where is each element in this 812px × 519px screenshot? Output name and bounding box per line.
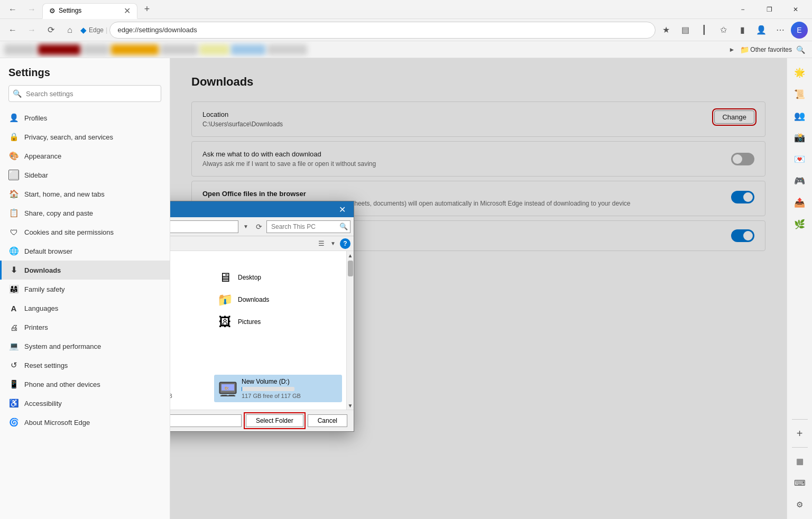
right-icon-6[interactable]: 🎮	[790, 171, 810, 191]
share-icon: 📋	[8, 208, 19, 218]
add-to-favorites-button[interactable]: ✩	[715, 22, 732, 39]
right-icon-3[interactable]: 👥	[790, 106, 810, 126]
sidebar-nav-label: Sidebar	[24, 171, 48, 179]
bookmark-placeholder-1[interactable]	[4, 44, 36, 55]
sidebar-item-sidebar[interactable]: ⬜ Sidebar	[0, 165, 170, 184]
dialog-toolbar: Organize ▼ ☰ ▼ ?	[170, 236, 354, 251]
right-icon-2[interactable]: 📜	[790, 84, 810, 104]
bookmark-placeholder-2[interactable]	[38, 44, 80, 55]
sidebar-item-downloads[interactable]: ⬇ Downloads	[0, 261, 170, 280]
dialog-close-button[interactable]: ✕	[335, 203, 349, 216]
select-folder-button[interactable]: Select Folder	[246, 414, 303, 427]
more-bookmarks-button[interactable]: ►	[724, 45, 739, 54]
sidebar-item-family[interactable]: 👨‍👩‍👧 Family safety	[0, 280, 170, 299]
right-icon-5[interactable]: 💌	[790, 149, 810, 169]
sidebar-item-start-home[interactable]: 🏠 Start, home, and new tabs	[0, 184, 170, 203]
cancel-button[interactable]: Cancel	[308, 414, 347, 427]
dialog-help-button[interactable]: ?	[340, 238, 350, 249]
right-icon-7[interactable]: 📤	[790, 192, 810, 212]
profile-button[interactable]: 👤	[753, 22, 770, 39]
change-view-button[interactable]: ☰	[316, 238, 327, 249]
devices-section-header[interactable]: ▼ Devices and drives (2)	[170, 361, 342, 373]
back-button[interactable]: ←	[4, 22, 21, 39]
minimize-button[interactable]: −	[731, 0, 755, 19]
right-icon-8[interactable]: 🌿	[790, 214, 810, 234]
reload-button[interactable]: ⟳	[42, 22, 59, 39]
folder-item-pictures[interactable]: 🖼 Pictures	[214, 311, 342, 332]
folder-path-input[interactable]	[170, 414, 242, 427]
folder-item-3d-objects[interactable]: 📦 3D Objects	[170, 267, 213, 288]
dialog-dropdown-button[interactable]: ▼	[240, 221, 252, 233]
sidebar-item-privacy[interactable]: 🔒 Privacy, search, and services	[0, 127, 170, 146]
printers-label: Printers	[24, 323, 48, 331]
sidebar-item-about[interactable]: 🌀 About Microsoft Edge	[0, 413, 170, 432]
maximize-button[interactable]: ❐	[757, 0, 781, 19]
nav-back-button[interactable]: ←	[4, 1, 21, 18]
nav-forward-button[interactable]: →	[23, 1, 40, 18]
right-keyboard-button[interactable]: ⌨	[790, 473, 810, 493]
dialog-search-input[interactable]	[269, 221, 338, 233]
bookmark-placeholder-3[interactable]	[82, 44, 109, 55]
address-input[interactable]	[109, 22, 656, 39]
collections-button[interactable]: ▤	[677, 22, 694, 39]
close-button[interactable]: ✕	[783, 0, 808, 19]
right-settings-button[interactable]: ⚙	[790, 495, 810, 515]
sidebar-item-reset[interactable]: ↺ Reset settings	[0, 356, 170, 375]
folder-item-downloads[interactable]: 📁⬇ Downloads	[214, 289, 342, 310]
drive-d-name: New Volume (D:)	[242, 378, 301, 385]
bookmark-placeholder-6[interactable]	[200, 44, 229, 55]
view-dropdown-button[interactable]: ▼	[328, 238, 338, 249]
scrollbar-down-button[interactable]: ▼	[347, 401, 354, 410]
active-tab[interactable]: ⚙ Settings ✕	[42, 3, 137, 19]
new-tab-button[interactable]: +	[140, 2, 154, 17]
bookmarks-search-button[interactable]: 🔍	[793, 42, 808, 57]
sidebar-item-default-browser[interactable]: 🌐 Default browser	[0, 242, 170, 261]
sidebar-item-appearance[interactable]: 🎨 Appearance	[0, 146, 170, 165]
bookmark-placeholder-5[interactable]	[161, 44, 198, 55]
bookmark-placeholder-7[interactable]	[231, 44, 265, 55]
home-button[interactable]: ⌂	[61, 22, 78, 39]
favorites-button[interactable]: ★	[658, 22, 675, 39]
folder-item-music[interactable]: 🎵 Music	[170, 311, 213, 332]
sidebar-item-profiles[interactable]: 👤 Profiles	[0, 108, 170, 127]
more-tools-button[interactable]: ⋯	[772, 22, 789, 39]
folder-item-videos[interactable]: 🎬 Videos	[170, 333, 213, 355]
right-icon-1[interactable]: 🌟	[790, 62, 810, 82]
wallet-button[interactable]: ▮	[734, 22, 751, 39]
system-label: System and performance	[24, 342, 101, 350]
sidebar-item-accessibility[interactable]: ♿ Accessibility	[0, 394, 170, 413]
drive-item-d[interactable]: D: New Volume (D:) 117 GB free of 117 GB	[214, 375, 342, 402]
forward-button[interactable]: →	[23, 22, 40, 39]
right-add-button[interactable]: +	[790, 423, 810, 443]
sidebar-item-languages[interactable]: A Languages	[0, 299, 170, 318]
default-browser-label: Default browser	[24, 247, 72, 255]
split-view-button[interactable]: ┃	[696, 22, 713, 39]
scrollbar-up-button[interactable]: ▲	[347, 251, 354, 260]
folder-downloads-label: Downloads	[238, 296, 269, 303]
other-favorites-label[interactable]: Other favorites	[750, 46, 792, 53]
sidebar-item-cookies[interactable]: 🛡 Cookies and site permissions	[0, 223, 170, 242]
right-icon-4[interactable]: 📸	[790, 127, 810, 147]
reset-icon: ↺	[8, 360, 19, 370]
tab-close-icon[interactable]: ✕	[124, 6, 131, 16]
right-sidebar: 🌟 📜 👥 📸 💌 🎮 📤 🌿 + ▦ ⌨ ⚙	[787, 58, 812, 519]
search-settings-input[interactable]	[8, 85, 161, 102]
folders-section-header[interactable]: ▼ Folders (7)	[170, 253, 342, 265]
sidebar-item-share[interactable]: 📋 Share, copy and paste	[0, 203, 170, 223]
about-label: About Microsoft Edge	[24, 419, 90, 427]
sidebar-item-printers[interactable]: 🖨 Printers	[0, 318, 170, 337]
svg-rect-11	[220, 395, 235, 396]
right-snap-button[interactable]: ▦	[790, 451, 810, 471]
folder-item-desktop[interactable]: 🖥 Desktop	[214, 267, 342, 288]
bookmark-placeholder-8[interactable]	[267, 44, 307, 55]
sidebar-item-system[interactable]: 💻 System and performance	[0, 337, 170, 356]
dialog-refresh-button[interactable]: ⟳	[253, 221, 265, 233]
edge-profile-avatar[interactable]: E	[791, 22, 808, 39]
settings-sidebar: Settings 🔍 👤 Profiles 🔒 Privacy, search,…	[0, 58, 170, 519]
bookmark-placeholder-4[interactable]	[111, 44, 159, 55]
folder-item-documents[interactable]: 📄 Documents	[170, 289, 213, 310]
main-view-scrollbar[interactable]: ▲ ▼	[346, 251, 354, 410]
dialog-search-icon[interactable]: 🔍	[339, 223, 348, 230]
sidebar-item-phone[interactable]: 📱 Phone and other devices	[0, 375, 170, 394]
drive-item-c[interactable]: C: Local Disk (C:) 51.6 GB free of 120 G…	[170, 375, 212, 402]
